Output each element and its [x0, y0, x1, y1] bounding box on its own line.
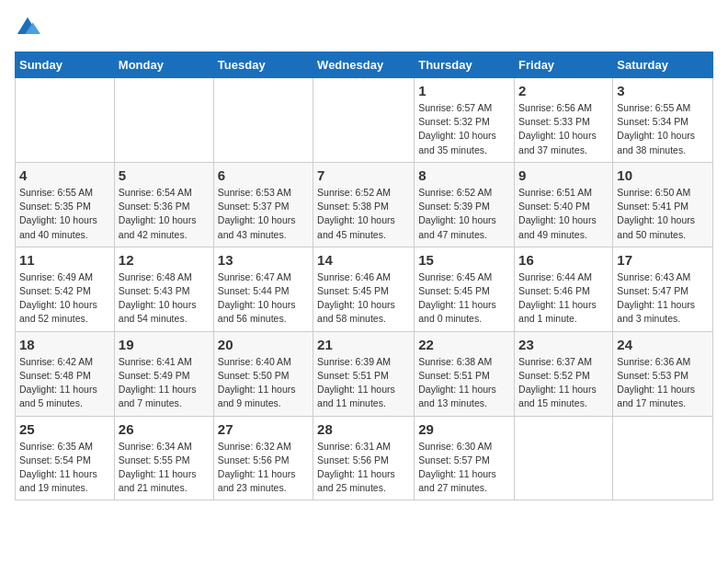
- day-number: 24: [617, 337, 709, 352]
- calendar-cell: 1Sunrise: 6:57 AM Sunset: 5:32 PM Daylig…: [415, 78, 515, 163]
- calendar-cell: 2Sunrise: 6:56 AM Sunset: 5:33 PM Daylig…: [515, 78, 613, 163]
- calendar-cell: 17Sunrise: 6:43 AM Sunset: 5:47 PM Dayli…: [613, 247, 713, 331]
- calendar-cell: 16Sunrise: 6:44 AM Sunset: 5:46 PM Dayli…: [515, 247, 613, 331]
- calendar-cell: [515, 416, 613, 500]
- day-info: Sunrise: 6:48 AM Sunset: 5:43 PM Dayligh…: [119, 270, 210, 327]
- day-number: 8: [418, 167, 510, 183]
- day-info: Sunrise: 6:44 AM Sunset: 5:46 PM Dayligh…: [518, 270, 609, 327]
- calendar-cell: [16, 78, 115, 163]
- day-number: 2: [518, 83, 609, 98]
- day-info: Sunrise: 6:47 AM Sunset: 5:44 PM Dayligh…: [218, 270, 309, 327]
- day-number: 29: [418, 421, 510, 437]
- header-monday: Monday: [114, 52, 213, 78]
- day-number: 27: [218, 421, 309, 437]
- calendar-week-5: 25Sunrise: 6:35 AM Sunset: 5:54 PM Dayli…: [16, 416, 713, 500]
- day-info: Sunrise: 6:45 AM Sunset: 5:45 PM Dayligh…: [418, 270, 510, 327]
- day-number: 18: [19, 337, 110, 352]
- day-info: Sunrise: 6:46 AM Sunset: 5:45 PM Dayligh…: [317, 270, 410, 327]
- calendar-cell: 28Sunrise: 6:31 AM Sunset: 5:56 PM Dayli…: [313, 416, 415, 500]
- calendar-week-2: 4Sunrise: 6:55 AM Sunset: 5:35 PM Daylig…: [16, 162, 713, 247]
- day-info: Sunrise: 6:37 AM Sunset: 5:52 PM Dayligh…: [518, 355, 609, 411]
- day-number: 5: [119, 167, 210, 183]
- day-info: Sunrise: 6:41 AM Sunset: 5:49 PM Dayligh…: [119, 355, 210, 411]
- header-sunday: Sunday: [16, 52, 115, 78]
- day-info: Sunrise: 6:49 AM Sunset: 5:42 PM Dayligh…: [19, 270, 110, 327]
- day-number: 23: [518, 337, 609, 352]
- calendar-cell: 24Sunrise: 6:36 AM Sunset: 5:53 PM Dayli…: [613, 331, 713, 416]
- page-header: [15, 15, 713, 40]
- calendar-cell: 15Sunrise: 6:45 AM Sunset: 5:45 PM Dayli…: [415, 247, 515, 331]
- day-number: 13: [218, 252, 309, 268]
- day-number: 25: [19, 421, 110, 437]
- calendar-week-3: 11Sunrise: 6:49 AM Sunset: 5:42 PM Dayli…: [16, 247, 713, 331]
- calendar-cell: 8Sunrise: 6:52 AM Sunset: 5:39 PM Daylig…: [415, 162, 515, 247]
- header-tuesday: Tuesday: [213, 52, 313, 78]
- day-info: Sunrise: 6:43 AM Sunset: 5:47 PM Dayligh…: [617, 270, 709, 327]
- day-number: 19: [119, 337, 210, 352]
- calendar-cell: 6Sunrise: 6:53 AM Sunset: 5:37 PM Daylig…: [213, 162, 313, 247]
- header-thursday: Thursday: [415, 52, 515, 78]
- calendar-cell: 19Sunrise: 6:41 AM Sunset: 5:49 PM Dayli…: [114, 331, 213, 416]
- day-number: 26: [119, 421, 210, 437]
- day-info: Sunrise: 6:52 AM Sunset: 5:38 PM Dayligh…: [317, 186, 410, 242]
- day-number: 10: [617, 167, 709, 183]
- day-info: Sunrise: 6:55 AM Sunset: 5:35 PM Dayligh…: [19, 186, 110, 242]
- calendar-cell: 26Sunrise: 6:34 AM Sunset: 5:55 PM Dayli…: [114, 416, 213, 500]
- calendar-cell: 10Sunrise: 6:50 AM Sunset: 5:41 PM Dayli…: [613, 162, 713, 247]
- day-number: 21: [317, 337, 410, 352]
- day-number: 6: [218, 167, 309, 183]
- day-info: Sunrise: 6:55 AM Sunset: 5:34 PM Dayligh…: [617, 101, 709, 157]
- logo-icon: [15, 15, 40, 40]
- day-number: 22: [418, 337, 510, 352]
- day-info: Sunrise: 6:56 AM Sunset: 5:33 PM Dayligh…: [518, 101, 609, 157]
- day-number: 11: [19, 252, 110, 268]
- day-number: 14: [317, 252, 410, 268]
- day-info: Sunrise: 6:53 AM Sunset: 5:37 PM Dayligh…: [218, 186, 309, 242]
- day-number: 17: [617, 252, 709, 268]
- day-info: Sunrise: 6:52 AM Sunset: 5:39 PM Dayligh…: [418, 186, 510, 242]
- calendar-cell: 21Sunrise: 6:39 AM Sunset: 5:51 PM Dayli…: [313, 331, 415, 416]
- calendar-cell: [313, 78, 415, 163]
- day-number: 28: [317, 421, 410, 437]
- day-number: 7: [317, 167, 410, 183]
- calendar-cell: 29Sunrise: 6:30 AM Sunset: 5:57 PM Dayli…: [415, 416, 515, 500]
- day-number: 12: [119, 252, 210, 268]
- day-info: Sunrise: 6:30 AM Sunset: 5:57 PM Dayligh…: [418, 440, 510, 496]
- calendar-cell: 7Sunrise: 6:52 AM Sunset: 5:38 PM Daylig…: [313, 162, 415, 247]
- calendar-cell: 13Sunrise: 6:47 AM Sunset: 5:44 PM Dayli…: [213, 247, 313, 331]
- calendar-week-1: 1Sunrise: 6:57 AM Sunset: 5:32 PM Daylig…: [16, 78, 713, 163]
- header-friday: Friday: [515, 52, 613, 78]
- calendar-table: SundayMondayTuesdayWednesdayThursdayFrid…: [15, 52, 713, 500]
- day-info: Sunrise: 6:57 AM Sunset: 5:32 PM Dayligh…: [418, 101, 510, 157]
- calendar-cell: 20Sunrise: 6:40 AM Sunset: 5:50 PM Dayli…: [213, 331, 313, 416]
- day-number: 4: [19, 167, 110, 183]
- calendar-week-4: 18Sunrise: 6:42 AM Sunset: 5:48 PM Dayli…: [16, 331, 713, 416]
- day-info: Sunrise: 6:54 AM Sunset: 5:36 PM Dayligh…: [119, 186, 210, 242]
- calendar-cell: 18Sunrise: 6:42 AM Sunset: 5:48 PM Dayli…: [16, 331, 115, 416]
- calendar-cell: 12Sunrise: 6:48 AM Sunset: 5:43 PM Dayli…: [114, 247, 213, 331]
- day-number: 15: [418, 252, 510, 268]
- day-number: 3: [617, 83, 709, 98]
- day-info: Sunrise: 6:31 AM Sunset: 5:56 PM Dayligh…: [317, 440, 410, 496]
- header-wednesday: Wednesday: [313, 52, 415, 78]
- day-info: Sunrise: 6:42 AM Sunset: 5:48 PM Dayligh…: [19, 355, 110, 411]
- calendar-cell: [213, 78, 313, 163]
- day-info: Sunrise: 6:34 AM Sunset: 5:55 PM Dayligh…: [119, 440, 210, 496]
- calendar-cell: 5Sunrise: 6:54 AM Sunset: 5:36 PM Daylig…: [114, 162, 213, 247]
- calendar-cell: 27Sunrise: 6:32 AM Sunset: 5:56 PM Dayli…: [213, 416, 313, 500]
- calendar-cell: 4Sunrise: 6:55 AM Sunset: 5:35 PM Daylig…: [16, 162, 115, 247]
- day-info: Sunrise: 6:35 AM Sunset: 5:54 PM Dayligh…: [19, 440, 110, 496]
- logo: [15, 15, 44, 40]
- day-number: 20: [218, 337, 309, 352]
- day-info: Sunrise: 6:32 AM Sunset: 5:56 PM Dayligh…: [218, 440, 309, 496]
- calendar-cell: [613, 416, 713, 500]
- day-info: Sunrise: 6:39 AM Sunset: 5:51 PM Dayligh…: [317, 355, 410, 411]
- calendar-header-row: SundayMondayTuesdayWednesdayThursdayFrid…: [16, 52, 713, 78]
- calendar-cell: 9Sunrise: 6:51 AM Sunset: 5:40 PM Daylig…: [515, 162, 613, 247]
- calendar-cell: 3Sunrise: 6:55 AM Sunset: 5:34 PM Daylig…: [613, 78, 713, 163]
- calendar-cell: 25Sunrise: 6:35 AM Sunset: 5:54 PM Dayli…: [16, 416, 115, 500]
- header-saturday: Saturday: [613, 52, 713, 78]
- day-info: Sunrise: 6:50 AM Sunset: 5:41 PM Dayligh…: [617, 186, 709, 242]
- calendar-cell: 23Sunrise: 6:37 AM Sunset: 5:52 PM Dayli…: [515, 331, 613, 416]
- day-number: 1: [418, 83, 510, 98]
